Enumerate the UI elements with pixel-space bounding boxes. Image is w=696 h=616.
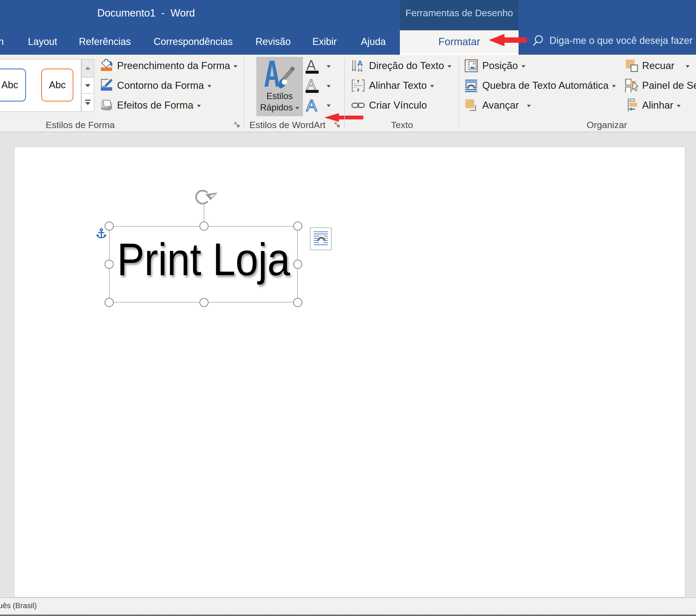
svg-text:A: A (357, 59, 363, 68)
svg-text:A: A (306, 97, 317, 114)
